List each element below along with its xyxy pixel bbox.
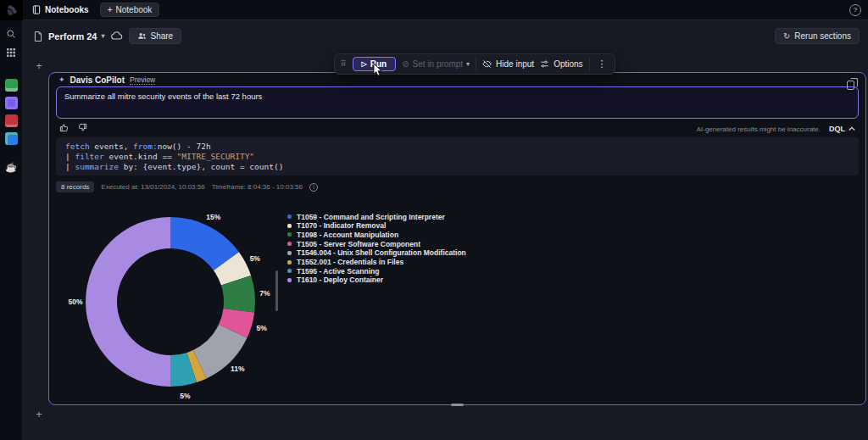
copy-icon[interactable] bbox=[847, 81, 854, 90]
add-section-button[interactable]: + bbox=[33, 408, 45, 420]
legend-dot bbox=[287, 278, 292, 282]
sparkle-icon: ✦ bbox=[58, 76, 65, 84]
legend-item[interactable]: T1070 - Indicator Removal bbox=[287, 223, 466, 229]
thumbs-up-icon bbox=[59, 123, 69, 132]
legend-dot bbox=[287, 224, 292, 228]
legend-item[interactable]: T1505 - Server Software Component bbox=[287, 241, 466, 247]
legend-label: T1552.001 - Credentials in Files bbox=[297, 258, 403, 266]
legend-label: T1059 - Command and Scripting Interprete… bbox=[297, 213, 445, 221]
cloud-sync-icon bbox=[111, 31, 123, 41]
slice-percent-label: 7% bbox=[259, 289, 270, 298]
timeframe-text: Timeframe: 8:04:36 - 10:03:56 bbox=[212, 183, 303, 191]
dynatrace-logo[interactable] bbox=[0, 0, 23, 20]
rerun-sections-button[interactable]: ↻ Rerun sections bbox=[775, 28, 860, 44]
slice-percent-label: 5% bbox=[256, 324, 267, 332]
dql-label: DQL bbox=[829, 125, 845, 133]
set-in-prompt-button[interactable]: ⊘ Set in prompt ▾ bbox=[402, 59, 470, 69]
legend-item[interactable]: T1552.001 - Credentials in Files bbox=[287, 259, 466, 265]
app-icon-red[interactable] bbox=[5, 114, 18, 127]
search-button[interactable] bbox=[3, 26, 19, 42]
legend-item[interactable]: T1059 - Command and Scripting Interprete… bbox=[287, 214, 466, 220]
app-icon-green[interactable] bbox=[5, 79, 18, 92]
more-actions-icon[interactable]: ⋮ bbox=[596, 58, 609, 70]
help-icon: ? bbox=[854, 6, 857, 14]
options-sliders-icon bbox=[540, 59, 549, 69]
coffee-cup-icon[interactable]: ☕ bbox=[5, 162, 17, 173]
app-icon-purple[interactable] bbox=[5, 97, 18, 109]
section-toolbar: ⠿ ▷ Run ⊘ Set in prompt ▾ Hide input Opt… bbox=[334, 53, 615, 75]
ai-disclaimer: AI-generated results might be inaccurate… bbox=[697, 125, 821, 133]
notebooks-label: Notebooks bbox=[45, 5, 89, 14]
donut-chart: 15%5%7%5%11%5%50% bbox=[64, 196, 276, 408]
new-notebook-button[interactable]: + Notebook bbox=[100, 3, 160, 17]
chevron-down-icon: ▾ bbox=[466, 61, 470, 68]
chevron-up-icon bbox=[849, 126, 855, 131]
nav-notebooks[interactable]: Notebooks bbox=[32, 5, 89, 14]
apps-button[interactable] bbox=[3, 45, 19, 60]
search-icon bbox=[6, 29, 16, 39]
share-button[interactable]: Share bbox=[129, 28, 182, 44]
notebook-title-dropdown[interactable]: Perform 24 ▾ bbox=[48, 31, 105, 42]
slice-percent-label: 5% bbox=[250, 254, 261, 263]
result-meta: AI-generated results might be inaccurate… bbox=[697, 125, 855, 133]
plus-icon: + bbox=[108, 6, 113, 14]
legend-item[interactable]: T1098 - Account Manipulation bbox=[287, 231, 466, 237]
feedback-row bbox=[59, 123, 87, 132]
thumbs-up-button[interactable] bbox=[59, 123, 69, 132]
hide-input-button[interactable]: Hide input bbox=[482, 59, 534, 69]
top-bar: Notebooks + Notebook ? bbox=[0, 0, 868, 20]
code-line: | filter event.kind == "MITRE_SECURITY" bbox=[65, 152, 849, 162]
section-resize-handle[interactable] bbox=[451, 404, 464, 406]
slice-percent-label: 11% bbox=[231, 365, 245, 373]
preview-badge: Preview bbox=[130, 75, 155, 85]
rerun-label: Rerun sections bbox=[794, 31, 851, 41]
legend-item[interactable]: T1610 - Deploy Container bbox=[287, 277, 466, 283]
records-badge: 8 records bbox=[56, 181, 94, 192]
people-icon bbox=[137, 31, 147, 41]
legend-label: T1610 - Deploy Container bbox=[297, 276, 383, 284]
legend-dot bbox=[287, 242, 292, 246]
dynatrace-logo-icon bbox=[6, 4, 18, 16]
document-icon bbox=[34, 31, 42, 42]
run-label: Run bbox=[370, 59, 387, 69]
eye-off-icon bbox=[482, 59, 492, 69]
legend-item[interactable]: T1546.004 - Unix Shell Configuration Mod… bbox=[287, 250, 466, 256]
options-label: Options bbox=[554, 59, 582, 69]
refresh-icon: ↻ bbox=[783, 32, 790, 41]
info-icon[interactable]: i bbox=[309, 183, 318, 192]
dql-code[interactable]: fetch events, from:now() - 72h| filter e… bbox=[56, 137, 859, 175]
share-label: Share bbox=[151, 31, 174, 41]
code-line: fetch events, from:now() - 72h bbox=[65, 142, 849, 152]
legend-label: T1595 - Active Scanning bbox=[297, 267, 379, 276]
notebook-header: Perform 24 ▾ Share bbox=[34, 27, 181, 45]
play-icon: ▷ bbox=[362, 61, 367, 68]
run-button[interactable]: ▷ Run bbox=[353, 57, 397, 71]
donut-slice[interactable] bbox=[86, 217, 170, 387]
dql-collapse-toggle[interactable]: DQL bbox=[829, 125, 855, 133]
code-line: | summarize by: {event.type}, count = co… bbox=[65, 162, 849, 172]
copilot-prompt-input[interactable]: Summarize all mitre security events of t… bbox=[56, 86, 859, 119]
executed-text: Executed at: 13/01/2024, 10:03:56 bbox=[101, 183, 204, 191]
drag-handle-icon[interactable]: ⠿ bbox=[341, 60, 347, 68]
legend-label: T1070 - Indicator Removal bbox=[297, 221, 386, 230]
notebook-section: ✦ Davis CoPilot Preview Summarize all mi… bbox=[48, 72, 866, 405]
new-notebook-label: Notebook bbox=[116, 5, 153, 14]
legend-dot bbox=[287, 251, 292, 255]
copilot-header: ✦ Davis CoPilot Preview bbox=[58, 75, 155, 85]
legend-item[interactable]: T1595 - Active Scanning bbox=[287, 268, 466, 274]
app-icon-teal[interactable] bbox=[5, 132, 18, 145]
legend-dot bbox=[287, 260, 292, 265]
toolbar-divider bbox=[589, 58, 590, 70]
chevron-down-icon: ▾ bbox=[101, 33, 104, 40]
copilot-title: Davis CoPilot bbox=[70, 75, 125, 85]
blocked-icon: ⊘ bbox=[402, 59, 409, 69]
legend-scrollbar[interactable] bbox=[275, 270, 278, 311]
add-section-button[interactable]: + bbox=[33, 59, 45, 71]
help-button[interactable]: ? bbox=[849, 4, 861, 16]
legend-label: T1098 - Account Manipulation bbox=[297, 231, 398, 239]
notebook-icon bbox=[32, 5, 41, 14]
options-button[interactable]: Options bbox=[540, 59, 582, 69]
hide-input-label: Hide input bbox=[496, 59, 534, 69]
chart-legend: T1059 - Command and Scripting Interprete… bbox=[287, 214, 466, 283]
thumbs-down-button[interactable] bbox=[78, 123, 87, 132]
